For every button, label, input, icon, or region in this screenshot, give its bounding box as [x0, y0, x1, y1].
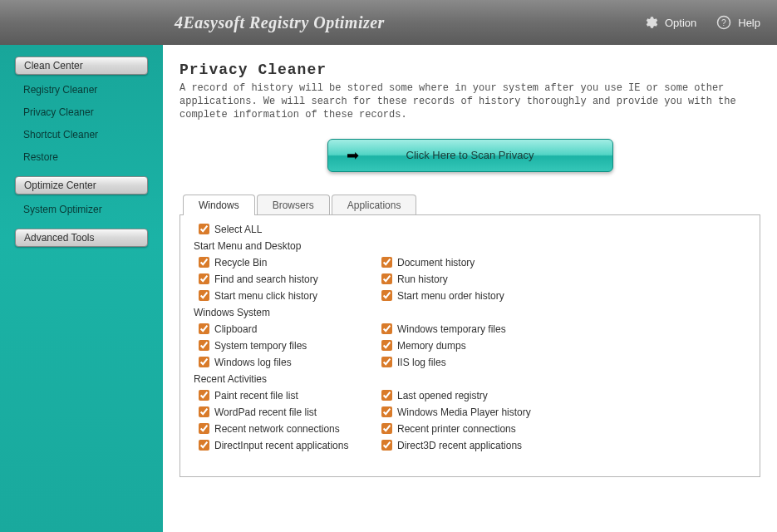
check-label: Start menu order history	[397, 290, 504, 302]
check-label: System tempory files	[214, 340, 307, 352]
check-item-1-2-1: IIS log files	[381, 357, 598, 368]
group-header: Recent Activities	[194, 373, 746, 385]
tab-windows[interactable]: Windows	[183, 195, 255, 215]
check-label: Start menu click history	[214, 290, 317, 302]
check-item-0-0-1: Document history	[381, 257, 598, 268]
clean-center-button[interactable]: Clean Center	[15, 57, 148, 75]
sidebar-item-shortcut-cleaner[interactable]: Shortcut Cleaner	[15, 125, 148, 145]
check-label: IIS log files	[397, 357, 446, 368]
checkbox-2-2-1[interactable]	[381, 423, 392, 434]
scan-privacy-button[interactable]: ➡ Click Here to Scan Privacy	[327, 139, 613, 172]
page-title: Privacy Cleaner	[179, 62, 760, 78]
checkbox-2-1-1[interactable]	[381, 406, 392, 417]
help-label: Help	[738, 17, 760, 29]
checkbox-2-0-0[interactable]	[199, 390, 209, 401]
tabs-container: Windows Browsers Applications Select ALL…	[179, 194, 760, 477]
optimize-center-button[interactable]: Optimize Center	[15, 176, 148, 195]
checkbox-1-0-0[interactable]	[199, 323, 209, 334]
check-label: Windows temporary files	[397, 323, 506, 335]
checkbox-1-2-1[interactable]	[381, 357, 392, 367]
checkbox-1-1-0[interactable]	[199, 340, 209, 351]
check-item-1-1-1: Memory dumps	[381, 340, 598, 352]
check-item-2-2-0: Recent network connections	[199, 423, 381, 435]
sidebar-item-registry-cleaner[interactable]: Registry Cleaner	[15, 80, 148, 100]
check-item-0-1-1: Run history	[381, 273, 598, 285]
checkbox-2-2-0[interactable]	[199, 423, 209, 434]
advanced-tools-button[interactable]: Advanced Tools	[15, 229, 148, 247]
check-item-1-1-0: System tempory files	[199, 340, 381, 352]
check-label: Memory dumps	[397, 340, 466, 352]
checkbox-2-0-1[interactable]	[381, 390, 392, 401]
checkbox-select-all[interactable]	[199, 224, 209, 234]
tab-strip: Windows Browsers Applications	[183, 194, 760, 214]
check-item-0-0-0: Recycle Bin	[199, 257, 381, 268]
tab-panel-windows[interactable]: Select ALLStart Menu and DesktopRecycle …	[179, 214, 760, 477]
check-grid: Recycle BinDocument historyFind and sear…	[199, 257, 746, 302]
checkbox-0-1-0[interactable]	[199, 273, 209, 284]
check-label: Recycle Bin	[214, 257, 267, 268]
option-label: Option	[665, 17, 696, 29]
sidebar-item-restore[interactable]: Restore	[15, 147, 148, 167]
checkbox-0-0-1[interactable]	[381, 257, 392, 268]
sidebar-item-privacy-cleaner[interactable]: Privacy Cleaner	[15, 102, 148, 122]
check-label: Last opened registry	[397, 390, 488, 401]
check-label: Run history	[397, 273, 448, 285]
checkbox-0-0-0[interactable]	[199, 257, 209, 268]
content-area: Privacy Cleaner A record of history will…	[163, 45, 777, 532]
scan-button-label: Click Here to Scan Privacy	[406, 149, 534, 161]
check-item-1-0-0: Clipboard	[199, 323, 381, 335]
check-grid: Paint recent file listLast opened regist…	[199, 390, 746, 451]
main-area: Clean Center Registry Cleaner Privacy Cl…	[0, 45, 777, 532]
arrow-right-icon: ➡	[347, 146, 359, 165]
svg-text:?: ?	[721, 17, 726, 27]
check-label: Clipboard	[214, 323, 257, 335]
check-item-2-1-1: Windows Media Player history	[381, 406, 598, 418]
select-all-label: Select ALL	[214, 224, 262, 235]
check-item-2-0-0: Paint recent file list	[199, 390, 381, 401]
check-label: WordPad recent file list	[214, 406, 317, 418]
checkbox-1-1-1[interactable]	[381, 340, 392, 351]
tab-browsers[interactable]: Browsers	[257, 195, 330, 215]
app-title: 4Easysoft Registry Optimizer	[17, 13, 623, 32]
check-item-0-2-1: Start menu order history	[381, 290, 598, 302]
check-grid: ClipboardWindows temporary filesSystem t…	[199, 323, 746, 368]
option-button[interactable]: Option	[643, 15, 696, 30]
check-item-1-2-0: Windows log files	[199, 357, 381, 368]
check-item-2-1-0: WordPad recent file list	[199, 406, 381, 418]
tab-applications[interactable]: Applications	[332, 195, 417, 215]
check-item-2-3-0: DirectInput recent applications	[199, 440, 381, 451]
checkbox-2-3-0[interactable]	[199, 440, 209, 451]
select-all-row: Select ALL	[194, 224, 746, 235]
help-icon: ?	[716, 15, 731, 30]
check-item-2-0-1: Last opened registry	[381, 390, 598, 401]
checkbox-0-2-0[interactable]	[199, 290, 209, 301]
checkbox-2-1-0[interactable]	[199, 406, 209, 417]
checkbox-1-0-1[interactable]	[381, 323, 392, 334]
check-label: Paint recent file list	[214, 390, 298, 401]
check-label: DirectInput recent applications	[214, 440, 348, 451]
check-item-0-2-0: Start menu click history	[199, 290, 381, 302]
check-label: Document history	[397, 257, 475, 268]
check-item-0-1-0: Find and search history	[199, 273, 381, 285]
header-bar: 4Easysoft Registry Optimizer Option ? He…	[0, 0, 777, 45]
checkbox-2-3-1[interactable]	[381, 440, 392, 451]
check-label: Find and search history	[214, 273, 318, 285]
check-label: Windows Media Player history	[397, 406, 531, 418]
check-item-2-2-1: Recent printer connections	[381, 423, 598, 435]
group-header: Windows System	[194, 307, 746, 318]
check-label: Recent printer connections	[397, 423, 516, 435]
sidebar-item-system-optimizer[interactable]: System Optimizer	[15, 200, 148, 219]
sidebar: Clean Center Registry Cleaner Privacy Cl…	[0, 45, 163, 532]
checkbox-1-2-0[interactable]	[199, 357, 209, 367]
check-item-2-3-1: Direct3D recent applications	[381, 440, 598, 451]
checkbox-0-1-1[interactable]	[381, 273, 392, 284]
check-label: Direct3D recent applications	[397, 440, 522, 451]
check-label: Recent network connections	[214, 423, 340, 435]
check-item-1-0-1: Windows temporary files	[381, 323, 598, 335]
gear-icon	[643, 15, 658, 30]
help-button[interactable]: ? Help	[716, 15, 760, 30]
checkbox-0-2-1[interactable]	[381, 290, 392, 301]
group-header: Start Menu and Desktop	[194, 240, 746, 252]
check-label: Windows log files	[214, 357, 292, 368]
page-description: A record of history will be stored some …	[179, 81, 760, 122]
